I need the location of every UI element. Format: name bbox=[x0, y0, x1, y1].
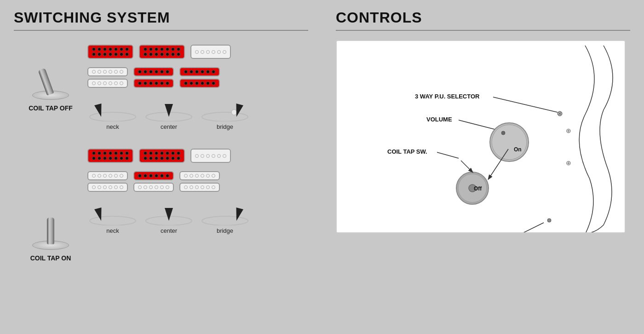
on-center-row1 bbox=[144, 151, 180, 155]
dot bbox=[160, 151, 164, 155]
dot bbox=[109, 52, 112, 56]
off-neck-group: neck bbox=[87, 98, 138, 130]
dot bbox=[212, 70, 215, 74]
on-bridge-top bbox=[179, 171, 220, 180]
coil-tap-on-label: COIL TAP ON bbox=[30, 254, 71, 262]
on-row1 bbox=[87, 149, 308, 163]
on-bridge-group: bridge bbox=[200, 202, 250, 234]
dot bbox=[206, 70, 210, 74]
dot-w bbox=[114, 70, 118, 74]
dot bbox=[155, 47, 158, 51]
dot bbox=[155, 52, 158, 56]
dot bbox=[195, 81, 199, 85]
dot bbox=[144, 47, 147, 51]
dot bbox=[166, 151, 169, 155]
on-neck-humbucker bbox=[87, 149, 133, 163]
off-center-group: center bbox=[144, 98, 194, 130]
off-neck-row1 bbox=[92, 47, 129, 51]
off-center-humbucker bbox=[139, 45, 185, 59]
dot bbox=[171, 52, 175, 56]
dot bbox=[155, 156, 158, 160]
dot-w bbox=[155, 185, 158, 189]
dot-w bbox=[103, 174, 107, 178]
dot bbox=[125, 47, 129, 51]
dot bbox=[184, 81, 188, 85]
dot bbox=[144, 52, 147, 56]
dot-w bbox=[184, 185, 188, 189]
off-neck-label: neck bbox=[106, 123, 119, 130]
svg-text:⊕: ⊕ bbox=[566, 159, 571, 167]
dot bbox=[98, 156, 101, 160]
dot-w bbox=[120, 174, 123, 178]
dot bbox=[177, 52, 180, 56]
on-bridge-area bbox=[200, 202, 250, 225]
svg-marker-10 bbox=[165, 208, 173, 221]
dot bbox=[184, 70, 188, 74]
dot bbox=[166, 70, 169, 74]
toggle-off-graphic bbox=[32, 63, 69, 100]
dot-w bbox=[195, 185, 199, 189]
dot bbox=[109, 156, 112, 160]
coil-tap-on-switch bbox=[32, 213, 69, 250]
dot bbox=[120, 156, 123, 160]
dot-w bbox=[206, 154, 210, 158]
dot bbox=[92, 151, 96, 155]
dot-w bbox=[190, 174, 193, 178]
on-selector-row: neck center bbox=[87, 202, 308, 234]
on-neck-row1 bbox=[92, 151, 129, 155]
dot bbox=[166, 52, 169, 56]
dot-w bbox=[184, 174, 188, 178]
svg-point-4 bbox=[202, 112, 248, 121]
dot bbox=[160, 52, 164, 56]
dot bbox=[144, 81, 147, 85]
svg-point-22 bbox=[501, 131, 505, 135]
dot bbox=[144, 156, 147, 160]
dot bbox=[190, 81, 193, 85]
dot bbox=[166, 174, 169, 178]
off-neck-area bbox=[87, 98, 138, 121]
off-bridge-svg bbox=[200, 98, 250, 121]
dot bbox=[103, 156, 107, 160]
off-row1 bbox=[87, 45, 308, 59]
on-row2b bbox=[87, 183, 308, 192]
dot-w bbox=[160, 185, 164, 189]
dot bbox=[149, 81, 153, 85]
off-row2a bbox=[87, 67, 308, 76]
dot-w bbox=[92, 70, 96, 74]
dot bbox=[201, 81, 204, 85]
on-center-bot bbox=[133, 183, 174, 192]
dot-w bbox=[92, 185, 96, 189]
dot-w bbox=[149, 185, 153, 189]
off-bridge-single-top bbox=[179, 67, 220, 76]
svg-point-5 bbox=[231, 109, 237, 115]
svg-line-24 bbox=[437, 152, 459, 158]
on-center-svg bbox=[144, 202, 194, 225]
dot bbox=[155, 174, 158, 178]
on-center-label: center bbox=[161, 227, 177, 234]
off-selector-row: neck center bbox=[87, 98, 308, 130]
dot bbox=[201, 70, 204, 74]
on-bridge-label: bridge bbox=[217, 227, 233, 234]
dot-w bbox=[217, 50, 221, 54]
dot bbox=[92, 47, 96, 51]
off-center-row1 bbox=[144, 47, 180, 51]
toggle-on-graphic bbox=[32, 213, 69, 250]
off-neck-row2 bbox=[92, 52, 129, 56]
svg-line-14 bbox=[493, 97, 558, 112]
dot-w bbox=[201, 154, 204, 158]
off-bridge-group: bridge bbox=[200, 98, 250, 130]
dot-w bbox=[206, 185, 210, 189]
dot bbox=[160, 70, 164, 74]
dot bbox=[177, 47, 180, 51]
dot-w bbox=[120, 185, 123, 189]
off-row2b bbox=[87, 79, 308, 88]
dot bbox=[166, 156, 169, 160]
dot bbox=[144, 174, 147, 178]
on-neck-bot bbox=[87, 183, 128, 192]
dot-w bbox=[212, 185, 215, 189]
dot bbox=[120, 47, 123, 51]
dot-w bbox=[144, 185, 147, 189]
controls-svg: 3 WAY P.U. SELECTOR VOLUME COIL TAP SW. … bbox=[337, 41, 626, 233]
dot bbox=[120, 151, 123, 155]
on-neck-group: neck bbox=[87, 202, 138, 234]
